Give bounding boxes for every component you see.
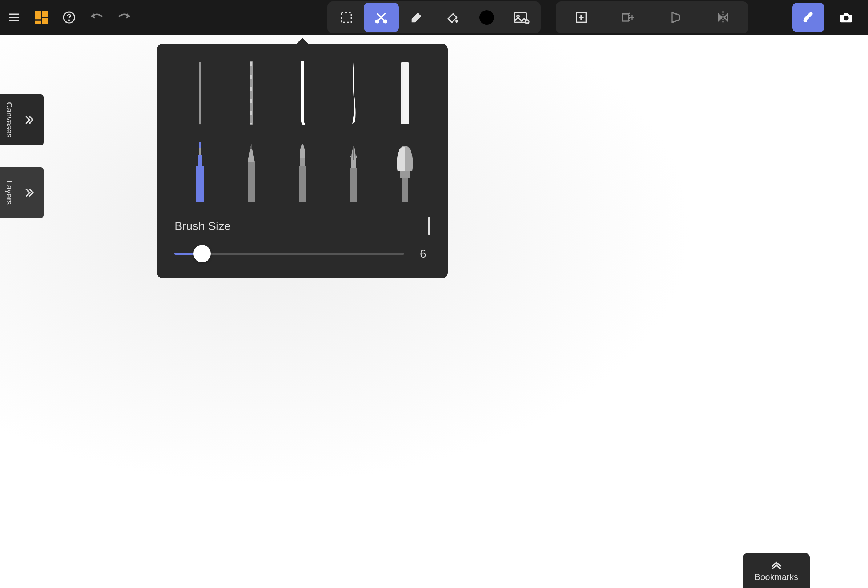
slider-thumb[interactable] — [193, 245, 211, 262]
brush-pencil[interactable] — [229, 140, 273, 202]
mirror-icon — [716, 10, 730, 25]
main-tool-group — [328, 1, 540, 34]
canvases-label: Canvases — [4, 102, 14, 138]
layers-label: Layers — [4, 181, 14, 205]
image-icon — [513, 10, 530, 25]
calligraphy-icon — [345, 140, 362, 202]
svg-rect-37 — [300, 158, 305, 166]
brush-size-value: 6 — [416, 247, 430, 261]
svg-rect-34 — [199, 142, 201, 147]
pencil-icon — [242, 140, 260, 202]
brush-stroke-fineliner[interactable] — [178, 60, 222, 126]
redo-button[interactable] — [116, 9, 132, 25]
brush-marker[interactable] — [280, 140, 324, 202]
svg-rect-9 — [342, 13, 351, 22]
top-toolbar — [0, 0, 868, 35]
expand-icon — [22, 186, 35, 199]
mirror-tool[interactable] — [699, 3, 747, 32]
brush-tool-icon — [373, 9, 389, 25]
stroke-preview-icon — [196, 60, 204, 126]
redo-icon — [117, 10, 131, 25]
brush-settings-popup: Brush Size 6 — [157, 44, 448, 279]
stroke-preview-icon — [398, 60, 412, 126]
toolbar-left — [6, 9, 132, 25]
chevron-up-icon — [770, 560, 783, 569]
brush-paint[interactable] — [383, 140, 427, 202]
stroke-preview-icon — [248, 60, 255, 126]
stroke-preview-icon — [349, 60, 358, 126]
fill-icon — [444, 10, 459, 25]
brush-size-header: Brush Size — [174, 217, 430, 236]
color-picker[interactable] — [469, 3, 504, 32]
brush-tool[interactable] — [364, 3, 399, 32]
svg-point-10 — [376, 20, 378, 22]
help-button[interactable] — [61, 9, 77, 25]
brush-fineliner[interactable] — [178, 140, 222, 202]
svg-rect-3 — [35, 11, 41, 20]
brush-size-slider[interactable] — [174, 246, 404, 261]
brush-stroke-pencil[interactable] — [229, 60, 273, 126]
eraser-icon — [409, 10, 424, 25]
marker-icon — [294, 140, 311, 202]
svg-rect-18 — [622, 14, 629, 21]
svg-rect-6 — [42, 18, 48, 24]
image-tool[interactable] — [504, 3, 539, 32]
help-icon — [62, 11, 75, 24]
svg-rect-12 — [514, 13, 526, 22]
svg-rect-40 — [402, 177, 408, 202]
brush-calligraphy[interactable] — [332, 140, 375, 202]
select-icon — [339, 10, 354, 25]
canvases-panel-tab[interactable]: Canvases — [0, 94, 44, 145]
camera-button[interactable] — [830, 3, 862, 32]
app-logo[interactable] — [34, 9, 49, 25]
menu-button[interactable] — [6, 9, 22, 25]
select-tool[interactable] — [329, 3, 364, 32]
svg-rect-36 — [299, 166, 306, 202]
expand-icon — [22, 113, 35, 127]
eraser-tool[interactable] — [399, 3, 434, 32]
bookmarks-label: Bookmarks — [754, 572, 798, 582]
toolbar-center — [328, 1, 540, 34]
svg-point-24 — [844, 16, 848, 21]
camera-icon — [838, 10, 854, 25]
split-tool[interactable] — [605, 3, 652, 32]
toolbar-center-right — [556, 1, 748, 34]
svg-rect-4 — [42, 11, 48, 17]
paint-brush-icon — [392, 140, 418, 202]
brush-stroke-paint[interactable] — [383, 60, 427, 126]
fineliner-icon — [191, 140, 209, 202]
transform-icon — [669, 10, 683, 25]
svg-rect-5 — [35, 21, 41, 24]
brush-size-section: Brush Size 6 — [174, 217, 430, 261]
quick-brush-button[interactable] — [793, 3, 824, 32]
svg-point-23 — [804, 19, 807, 22]
brush-size-preview — [428, 217, 430, 236]
logo-icon — [34, 10, 49, 25]
svg-point-8 — [69, 20, 69, 21]
brush-stroke-calligraphy[interactable] — [332, 60, 375, 126]
svg-point-11 — [384, 20, 387, 22]
toolbar-right — [793, 3, 862, 32]
svg-rect-32 — [198, 155, 202, 166]
svg-rect-35 — [248, 162, 255, 202]
svg-rect-31 — [196, 166, 204, 202]
add-page-icon — [574, 10, 589, 25]
stroke-preview-icon — [299, 60, 306, 126]
brush-stroke-marker[interactable] — [280, 60, 324, 126]
fill-tool[interactable] — [434, 3, 469, 32]
add-page-tool[interactable] — [558, 3, 605, 32]
quick-brush-icon — [801, 10, 816, 25]
svg-rect-41 — [400, 171, 410, 178]
split-icon — [620, 10, 636, 25]
bookmarks-button[interactable]: Bookmarks — [743, 553, 810, 588]
transform-tool[interactable] — [652, 3, 699, 32]
menu-icon — [7, 11, 20, 24]
brush-type-icons — [174, 137, 430, 202]
brush-size-label: Brush Size — [174, 220, 231, 233]
brush-size-slider-row: 6 — [174, 246, 430, 261]
undo-button[interactable] — [89, 9, 105, 25]
secondary-tool-group — [556, 1, 748, 34]
layers-panel-tab[interactable]: Layers — [0, 167, 44, 218]
brush-stroke-previews — [174, 57, 430, 130]
undo-icon — [89, 10, 104, 25]
